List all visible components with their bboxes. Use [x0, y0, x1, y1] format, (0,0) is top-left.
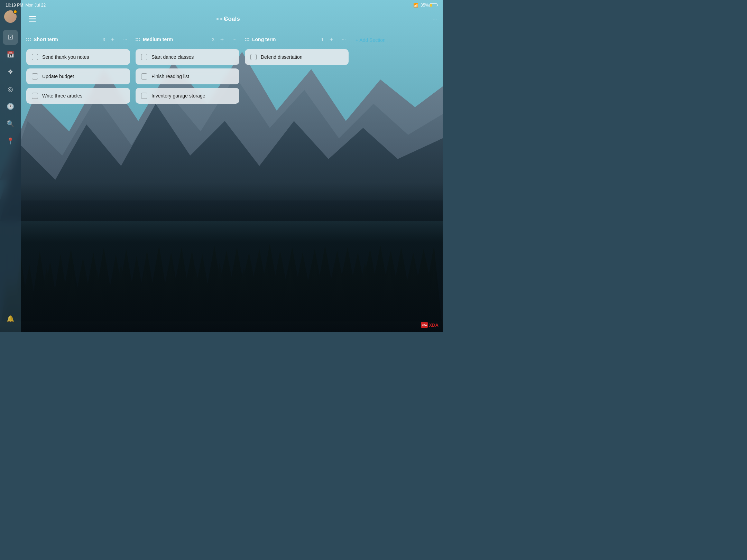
svg-text:XDA: XDA: [422, 324, 427, 326]
search-icon: 🔍: [7, 120, 14, 128]
status-bar: 10:19 PM Mon Jul 22 📶 35%: [0, 0, 443, 10]
xda-watermark: XDA XDA: [421, 322, 439, 328]
battery-percentage: 35%: [421, 3, 429, 8]
task-label-inventory-garage: Inventory garage storage: [151, 93, 205, 99]
menu-button[interactable]: [26, 13, 39, 25]
column-medium-term: Medium term 3 + ··· Start dance classes …: [136, 33, 239, 326]
time-display: 10:19 PM: [6, 3, 23, 8]
notification-icon: 🔔: [7, 315, 14, 323]
task-label-update-budget: Update budget: [42, 74, 74, 79]
sidebar-nav: ☑ 📅 ❖ ◎ 🕐 🔍 📍: [3, 30, 18, 311]
status-right: 📶 35%: [413, 3, 437, 8]
column-options-medium-term-button[interactable]: ···: [230, 35, 239, 44]
add-section-button[interactable]: + Add Section: [354, 35, 387, 46]
drag-handle-short-term[interactable]: [26, 38, 31, 41]
task-checkbox-defend-dissertation[interactable]: [250, 54, 257, 60]
calendar-icon: 📅: [7, 51, 14, 58]
task-label-finish-reading: Finish reading list: [151, 74, 189, 79]
battery-bar: [430, 3, 437, 7]
battery-fill: [430, 4, 432, 7]
task-checkbox-send-thank-you[interactable]: [32, 54, 38, 60]
sidebar-item-apps[interactable]: ❖: [3, 64, 18, 80]
task-label-defend-dissertation: Defend dissertation: [261, 54, 303, 60]
column-title-short-term: Short term: [34, 37, 99, 42]
drag-handle-long-term[interactable]: [245, 38, 249, 41]
task-card-send-thank-you[interactable]: Send thank you notes: [26, 49, 130, 65]
checkmark-icon: ☑: [8, 34, 13, 41]
sidebar: ☑ 📅 ❖ ◎ 🕐 🔍 📍 🔔: [0, 0, 21, 332]
column-count-long-term: 1: [321, 37, 324, 42]
task-card-inventory-garage[interactable]: Inventory garage storage: [136, 88, 239, 104]
column-count-short-term: 3: [103, 37, 105, 42]
svg-rect-66: [29, 19, 36, 20]
column-title-medium-term: Medium term: [143, 37, 209, 42]
sidebar-item-search[interactable]: 🔍: [3, 116, 18, 131]
sidebar-bottom: 🔔: [3, 311, 18, 332]
add-section-label: + Add Section: [356, 37, 386, 43]
kanban-board: Short term 3 + ··· Send thank you notes …: [21, 28, 443, 332]
sidebar-item-calendar[interactable]: 📅: [3, 47, 18, 62]
sidebar-item-recent[interactable]: 🕐: [3, 99, 18, 114]
main-header: Goals ···: [21, 10, 443, 28]
column-long-term: Long term 1 + ··· Defend dissertation: [245, 33, 349, 326]
add-task-medium-term-button[interactable]: +: [217, 35, 227, 44]
more-options-button[interactable]: ···: [433, 16, 437, 22]
svg-rect-65: [29, 16, 36, 17]
xda-logo-svg: XDA: [422, 323, 427, 327]
column-header-short-term: Short term 3 + ···: [26, 33, 130, 46]
task-label-write-articles: Write three articles: [42, 93, 82, 99]
add-task-long-term-button[interactable]: +: [326, 35, 336, 44]
ellipsis-icon: ···: [433, 16, 437, 22]
date-display: Mon Jul 22: [25, 3, 46, 8]
status-left: 10:19 PM Mon Jul 22: [6, 3, 46, 8]
recent-icon: 🕐: [7, 103, 14, 110]
wifi-icon: 📶: [413, 3, 418, 8]
xda-text: XDA: [429, 323, 439, 328]
avatar[interactable]: [4, 10, 17, 23]
sidebar-item-tasks[interactable]: ☑: [3, 30, 18, 45]
column-options-long-term-button[interactable]: ···: [339, 35, 349, 44]
task-checkbox-start-dance[interactable]: [141, 54, 147, 60]
focus-icon: ◎: [8, 85, 13, 93]
task-checkbox-inventory-garage[interactable]: [141, 93, 147, 99]
task-checkbox-finish-reading[interactable]: [141, 73, 147, 80]
add-task-short-term-button[interactable]: +: [108, 35, 118, 44]
column-short-term: Short term 3 + ··· Send thank you notes …: [26, 33, 130, 326]
task-label-send-thank-you: Send thank you notes: [42, 54, 89, 60]
column-options-short-term-button[interactable]: ···: [120, 35, 130, 44]
reminders-icon: 📍: [7, 137, 14, 145]
column-count-medium-term: 3: [212, 37, 214, 42]
sidebar-item-reminders[interactable]: 📍: [3, 133, 18, 149]
apps-icon: ❖: [8, 68, 13, 76]
task-card-defend-dissertation[interactable]: Defend dissertation: [245, 49, 349, 65]
task-card-write-articles[interactable]: Write three articles: [26, 88, 130, 104]
hamburger-icon: [29, 16, 36, 22]
task-label-start-dance: Start dance classes: [151, 54, 194, 60]
sidebar-item-focus[interactable]: ◎: [3, 82, 18, 97]
xda-logo: XDA: [421, 322, 428, 328]
task-checkbox-update-budget[interactable]: [32, 73, 38, 80]
column-header-medium-term: Medium term 3 + ···: [136, 33, 239, 46]
task-checkbox-write-articles[interactable]: [32, 93, 38, 99]
task-card-finish-reading[interactable]: Finish reading list: [136, 68, 239, 84]
drag-handle-medium-term[interactable]: [136, 38, 140, 41]
page-title: Goals: [223, 16, 240, 22]
task-card-update-budget[interactable]: Update budget: [26, 68, 130, 84]
sidebar-item-notifications[interactable]: 🔔: [3, 311, 18, 326]
column-header-long-term: Long term 1 + ···: [245, 33, 349, 46]
task-card-start-dance[interactable]: Start dance classes: [136, 49, 239, 65]
battery-indicator: 35%: [421, 3, 437, 8]
svg-rect-67: [29, 21, 36, 22]
column-title-long-term: Long term: [252, 37, 318, 42]
